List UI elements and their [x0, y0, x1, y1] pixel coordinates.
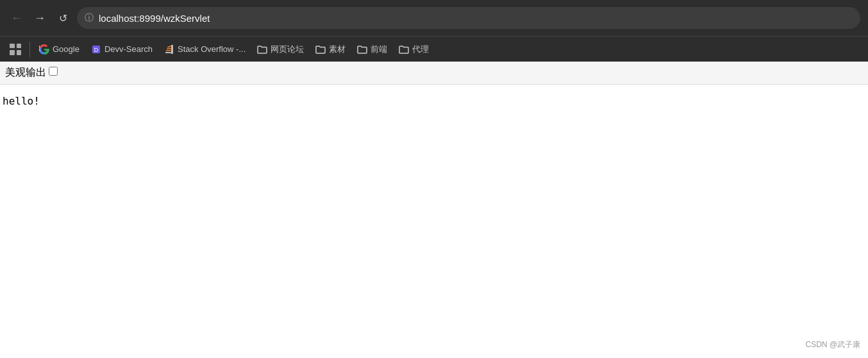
watermark: CSDN @武子康 [805, 339, 860, 350]
browser-chrome: ← → ↺ ⓘ localhost:8999/wzkServlet [0, 0, 868, 62]
url-text: localhost:8999/wzkServlet [99, 13, 210, 24]
bookmarks-bar: Google D Devv-Search [0, 36, 868, 62]
bookmark-proxy-label: 代理 [412, 44, 429, 55]
pretty-print-label: 美观输出 [5, 66, 58, 80]
bookmark-materials-label: 素材 [329, 44, 346, 55]
bookmark-devv-search[interactable]: D Devv-Search [86, 42, 158, 57]
svg-rect-4 [166, 49, 171, 51]
forward-button[interactable]: → [31, 9, 49, 27]
bookmark-google[interactable]: Google [34, 42, 85, 57]
page-body: hello! [0, 85, 868, 117]
google-icon [39, 44, 49, 55]
bookmark-stack-overflow[interactable]: Stack Overflow -... [159, 42, 251, 57]
address-bar[interactable]: ⓘ localhost:8999/wzkServlet [77, 7, 860, 29]
bookmark-google-label: Google [53, 44, 79, 54]
svg-rect-3 [165, 52, 171, 53]
reload-button[interactable]: ↺ [54, 9, 72, 27]
bookmark-webpage-forum-label: 网页论坛 [271, 44, 304, 55]
bookmark-stack-overflow-label: Stack Overflow -... [178, 44, 246, 54]
svg-text:D: D [94, 47, 99, 53]
back-button[interactable]: ← [8, 9, 26, 27]
folder-proxy-icon [399, 44, 409, 55]
bookmark-materials[interactable]: 素材 [310, 41, 351, 58]
bookmark-separator [29, 42, 30, 57]
folder-frontend-icon [357, 44, 367, 55]
stack-overflow-icon [164, 44, 174, 55]
page-content: 美观输出 hello! [0, 62, 868, 358]
pretty-print-checkbox[interactable] [49, 67, 58, 76]
bookmark-devv-search-label: Devv-Search [104, 44, 153, 54]
bookmark-frontend[interactable]: 前端 [352, 41, 392, 58]
apps-grid-icon [10, 44, 21, 55]
bookmark-webpage-forum[interactable]: 网页论坛 [252, 41, 309, 58]
devv-search-icon: D [91, 44, 101, 55]
svg-rect-5 [167, 47, 171, 49]
svg-rect-6 [167, 46, 171, 47]
toolbar-bar: 美观输出 [0, 62, 868, 85]
folder-materials-icon [315, 44, 326, 55]
svg-rect-2 [171, 45, 173, 54]
address-bar-row: ← → ↺ ⓘ localhost:8999/wzkServlet [0, 0, 868, 36]
hello-text: hello! [3, 95, 40, 107]
bookmark-frontend-label: 前端 [371, 44, 387, 55]
info-icon: ⓘ [85, 12, 94, 24]
apps-button[interactable] [5, 39, 26, 60]
folder-webpage-forum-icon [257, 44, 267, 55]
bookmark-proxy[interactable]: 代理 [394, 41, 434, 58]
